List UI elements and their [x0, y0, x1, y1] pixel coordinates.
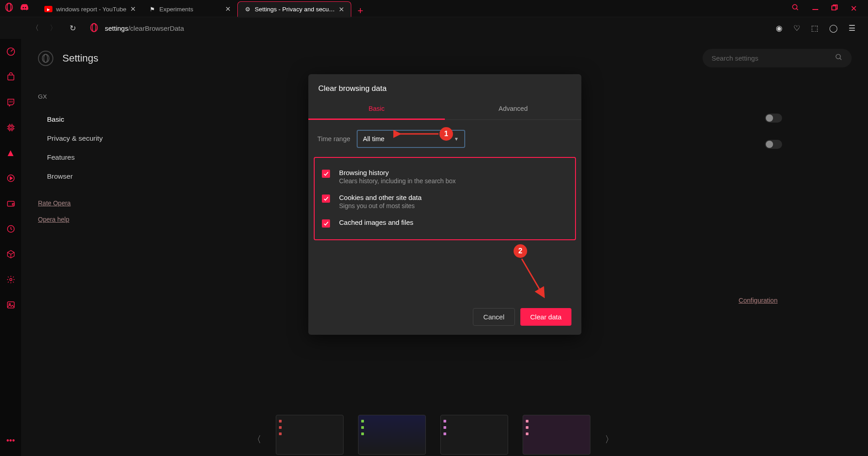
clear-data-dialog: Clear browsing data Basic Advanced Time … [308, 74, 581, 335]
titlebar-left [5, 3, 29, 14]
package-icon[interactable] [5, 248, 17, 261]
option-title: Cookies and other site data [339, 194, 422, 201]
option-cookies[interactable]: Cookies and other site data Signs you ou… [319, 189, 571, 214]
new-tab-button[interactable]: + [351, 5, 370, 17]
tab-strip: ▸ windows report - YouTube ✕ ⚑ Experimen… [38, 0, 792, 17]
image-icon[interactable] [5, 299, 17, 311]
settings-page: Settings GX Basic Privacy & security Fea… [22, 39, 868, 456]
tab-experiments[interactable]: ⚑ Experiments ✕ [142, 1, 237, 17]
toolbar-actions: ◉ ♡ ⬚ ◯ ☰ [776, 24, 863, 33]
close-window-icon[interactable]: ✕ [850, 4, 857, 14]
profile-icon[interactable]: ◯ [829, 24, 838, 33]
svg-point-25 [9, 279, 12, 281]
maximize-icon[interactable] [831, 5, 838, 13]
dialog-title: Clear browsing data [308, 74, 581, 100]
tab-settings[interactable]: ⚙ Settings - Privacy and secu… ✕ [237, 1, 351, 17]
clear-data-button[interactable]: Clear data [520, 308, 571, 326]
option-browsing-history[interactable]: Browsing history Clears history, includi… [319, 164, 571, 189]
checkbox[interactable] [322, 219, 330, 228]
annotation-1: 1 [439, 127, 453, 141]
checkbox[interactable] [322, 170, 330, 178]
close-icon[interactable]: ✕ [130, 5, 136, 13]
url-text: settings/clearBrowserData [105, 24, 184, 32]
svg-line-3 [797, 9, 798, 10]
dialog-tabs: Basic Advanced [308, 100, 581, 120]
checkbox[interactable] [322, 195, 330, 203]
youtube-icon: ▸ [44, 6, 52, 12]
wallet-icon[interactable] [5, 197, 17, 210]
tab-basic[interactable]: Basic [308, 100, 445, 120]
time-range-label: Time range [317, 135, 350, 142]
tab-advanced[interactable]: Advanced [445, 100, 581, 119]
svg-point-2 [793, 5, 797, 9]
discord-icon[interactable] [20, 4, 29, 13]
svg-point-7 [92, 23, 96, 31]
annotation-arrow-2 [519, 257, 551, 302]
play-icon[interactable] [5, 172, 17, 185]
back-button[interactable]: 〈 [32, 24, 39, 33]
option-desc: Clears history, including in the search … [339, 177, 456, 185]
svg-rect-5 [832, 6, 836, 10]
svg-line-33 [522, 259, 543, 296]
settings-gear-icon[interactable] [5, 273, 17, 286]
twitch-icon[interactable] [5, 96, 17, 109]
annotation-2: 2 [514, 244, 527, 258]
options-highlight: Browsing history Clears history, includi… [314, 157, 576, 240]
svg-point-6 [91, 23, 98, 31]
svg-rect-13 [9, 127, 12, 129]
sidebar: ▲ ••• [0, 39, 22, 456]
flag-icon: ⚑ [149, 5, 156, 13]
minimize-icon[interactable] [812, 4, 819, 13]
opera-logo-icon[interactable] [5, 3, 14, 14]
annotation-arrow-1 [393, 128, 440, 141]
cancel-button[interactable]: Cancel [473, 308, 515, 326]
more-icon[interactable]: ••• [5, 434, 17, 447]
cpu-icon[interactable] [5, 121, 17, 134]
titlebar: ▸ windows report - YouTube ✕ ⚑ Experimen… [0, 0, 868, 17]
tab-label: Settings - Privacy and secu… [255, 6, 335, 13]
dialog-overlay: Clear browsing data Basic Advanced Time … [22, 39, 868, 456]
tab-label: windows report - YouTube [56, 6, 127, 13]
search-icon[interactable] [792, 4, 799, 13]
svg-point-1 [7, 3, 11, 11]
tab-youtube[interactable]: ▸ windows report - YouTube ✕ [38, 1, 142, 17]
close-icon[interactable]: ✕ [225, 5, 231, 13]
tab-label: Experiments [160, 6, 222, 13]
address-bar[interactable]: settings/clearBrowserData [90, 23, 184, 33]
svg-rect-26 [7, 302, 14, 308]
reload-button[interactable]: ↻ [70, 24, 76, 33]
option-desc: Signs you out of most sites [339, 202, 422, 209]
speed-dial-icon[interactable] [5, 45, 17, 58]
cube-icon[interactable]: ⬚ [811, 24, 818, 33]
svg-rect-9 [8, 75, 14, 80]
heart-icon[interactable]: ♡ [793, 24, 800, 33]
bag-icon[interactable] [5, 71, 17, 83]
forward-button[interactable]: 〉 [50, 24, 57, 33]
clock-icon[interactable] [5, 223, 17, 235]
option-title: Browsing history [339, 169, 456, 176]
svg-point-0 [6, 3, 13, 11]
main-area: ▲ ••• Settings GX Basic Privacy & securi… [0, 39, 868, 456]
time-range-value: All time [363, 135, 385, 142]
opera-url-icon [90, 23, 99, 33]
option-title: Cached images and files [339, 218, 413, 226]
close-icon[interactable]: ✕ [339, 5, 344, 14]
snapshot-icon[interactable]: ◉ [776, 24, 783, 33]
toolbar: 〈 〉 ↻ settings/clearBrowserData ◉ ♡ ⬚ ◯ … [0, 17, 868, 39]
option-cached[interactable]: Cached images and files [319, 214, 571, 232]
gear-icon: ⚙ [244, 6, 251, 13]
nav-arrows: 〈 〉 [32, 24, 57, 33]
chevron-down-icon: ▼ [454, 136, 459, 142]
easy-setup-icon[interactable]: ☰ [849, 24, 855, 33]
window-controls: ✕ [792, 4, 863, 14]
svg-rect-12 [9, 125, 13, 130]
gx-corner-icon[interactable]: ▲ [5, 147, 17, 159]
